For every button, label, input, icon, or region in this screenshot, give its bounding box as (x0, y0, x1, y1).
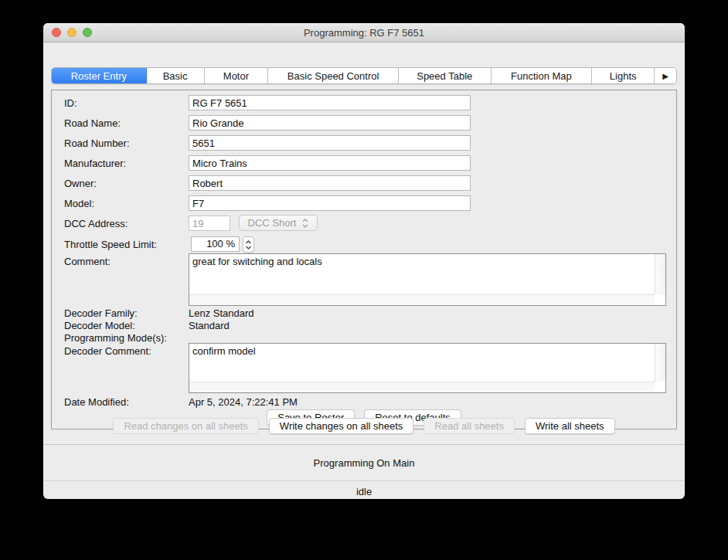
decoder-comment-horizontal-scrollbar[interactable] (189, 382, 655, 392)
decoder-comment-textarea[interactable]: confirm model (189, 343, 666, 393)
decoder-comment-label: Decoder Comment: (64, 345, 151, 357)
date-modified-label: Date Modified: (64, 396, 129, 408)
divider (43, 444, 685, 445)
road-name-label: Road Name: (64, 117, 121, 129)
updown-chevrons-icon (302, 218, 308, 229)
throttle-speed-limit-stepper[interactable] (243, 236, 254, 253)
model-label: Model: (64, 198, 94, 209)
id-field[interactable] (189, 95, 471, 110)
comment-text: great for switching and locals (192, 256, 651, 267)
throttle-speed-limit-field[interactable]: 100 % (191, 236, 240, 252)
decoder-family-value: Lenz Standard (189, 307, 254, 319)
tab-roster-entry[interactable]: Roster Entry (52, 68, 147, 83)
programming-modes-label: Programming Mode(s): (64, 332, 167, 344)
dcc-address-mode-select[interactable]: DCC Short (239, 215, 318, 231)
dcc-address-mode-value: DCC Short (248, 217, 297, 229)
road-number-label: Road Number: (64, 137, 130, 149)
owner-field[interactable] (189, 175, 471, 191)
tab-motor[interactable]: Motor (205, 68, 269, 83)
comment-vertical-scrollbar[interactable] (655, 254, 665, 294)
manufacturer-label: Manufacturer: (64, 158, 126, 169)
tab-scroll-right-icon[interactable]: ▶ (655, 68, 676, 83)
model-field[interactable] (189, 195, 471, 211)
read-changes-all-sheets-button[interactable]: Read changes on all sheets (113, 418, 258, 434)
window-title: Programming: RG F7 5651 (43, 23, 685, 42)
comment-textarea[interactable]: great for switching and locals (189, 253, 666, 306)
dcc-address-label: DCC Address: (64, 218, 128, 229)
decoder-comment-text: confirm model (192, 345, 651, 357)
owner-label: Owner: (64, 178, 97, 189)
titlebar: Programming: RG F7 5651 (43, 23, 685, 42)
write-changes-all-sheets-button[interactable]: Write changes on all sheets (269, 418, 413, 434)
road-number-field[interactable] (189, 135, 471, 151)
decoder-model-value: Standard (189, 320, 230, 331)
tab-basic[interactable]: Basic (147, 68, 205, 83)
status-bar: idle (43, 486, 685, 497)
tab-function-map[interactable]: Function Map (492, 68, 593, 83)
dcc-address-field[interactable] (189, 216, 230, 231)
comment-label: Comment: (64, 256, 111, 267)
sheet-actions-row: Read changes on all sheets Write changes… (43, 418, 685, 434)
id-label: ID: (64, 97, 77, 109)
date-modified-value: Apr 5, 2024, 7:22:41 PM (189, 396, 298, 408)
decoder-comment-vertical-scrollbar[interactable] (655, 344, 665, 382)
tab-speed-table[interactable]: Speed Table (399, 68, 492, 83)
read-all-sheets-button[interactable]: Read all sheets (424, 418, 515, 434)
sheet-tabs: Roster Entry Basic Motor Basic Speed Con… (51, 67, 677, 84)
roster-entry-panel: ID: Road Name: Road Number: Manufacturer… (51, 90, 677, 429)
decoder-model-label: Decoder Model: (64, 320, 135, 331)
divider (43, 480, 685, 481)
road-name-field[interactable] (189, 115, 471, 131)
manufacturer-field[interactable] (189, 155, 471, 171)
tab-lights[interactable]: Lights (592, 68, 655, 83)
write-all-sheets-button[interactable]: Write all sheets (525, 418, 615, 434)
tab-basic-speed-control[interactable]: Basic Speed Control (268, 68, 399, 83)
programming-mode-label: Programming On Main (43, 457, 685, 469)
throttle-speed-limit-label: Throttle Speed Limit: (64, 239, 157, 250)
programming-window: Programming: RG F7 5651 Roster Entry Bas… (43, 23, 685, 499)
comment-horizontal-scrollbar[interactable] (189, 294, 655, 305)
decoder-family-label: Decoder Family: (64, 307, 138, 319)
